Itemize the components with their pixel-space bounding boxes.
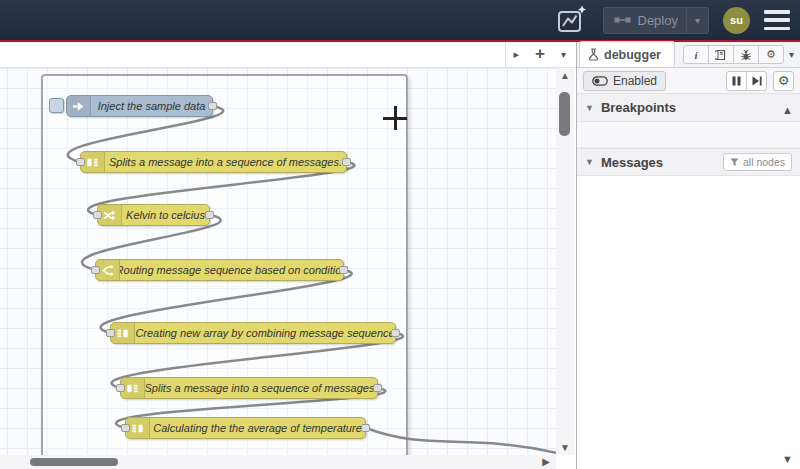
scroll-up-icon[interactable]: ▲ (556, 70, 574, 81)
flow-canvas[interactable]: Inject the sample dataSplits a message i… (0, 68, 556, 455)
node-label: Splits a message into a sequence of mess… (145, 378, 377, 398)
tab-info-button[interactable]: i (683, 45, 709, 64)
input-port[interactable] (91, 266, 100, 274)
debugger-toolbar: Enabled ⚙ (577, 68, 800, 94)
workspace: ▸ + ▾ Inject the sample dataSplits a mes… (0, 42, 576, 469)
tab-debug-button[interactable] (733, 45, 759, 64)
info-icon: i (694, 49, 697, 61)
output-port[interactable] (205, 211, 214, 219)
chevron-down-icon: ▼ (585, 157, 594, 167)
step-icon (752, 76, 762, 86)
input-port[interactable] (93, 211, 102, 219)
settings-gear-icon: ⚙ (766, 48, 776, 61)
add-flow-icon[interactable]: + (535, 44, 545, 64)
sidebar-scroll-up-icon[interactable]: ▲ (782, 104, 793, 116)
flow-node-change[interactable]: Kelvin to celcius (97, 204, 210, 226)
scroll-right-icon[interactable]: ▶ (542, 456, 550, 467)
library-book-icon (715, 49, 727, 61)
tab-help-button[interactable] (708, 45, 734, 64)
breakpoints-list (577, 122, 800, 148)
flow-node-join[interactable]: Creating new array by combining message … (110, 322, 396, 344)
breakpoints-section-header[interactable]: ▼ Breakpoints (577, 94, 800, 122)
message-filter-label: all nodes (743, 156, 785, 168)
deploy-options-caret[interactable]: ▾ (686, 7, 708, 34)
output-port[interactable] (361, 424, 370, 432)
deploy-button[interactable]: Deploy ▾ (603, 7, 710, 34)
toggle-icon (592, 76, 608, 86)
tab-debugger[interactable]: debugger (579, 41, 675, 67)
debugger-enabled-toggle[interactable]: Enabled (583, 71, 666, 91)
output-port[interactable] (342, 158, 351, 166)
user-avatar[interactable]: su (723, 7, 750, 34)
next-tab-icon[interactable]: ▸ (514, 48, 520, 61)
breakpoints-title: Breakpoints (601, 100, 676, 115)
deploy-nodes-icon (614, 14, 631, 26)
tab-config-button[interactable]: ⚙ (758, 45, 784, 64)
sidebar-tab-bar: debugger i (577, 42, 800, 68)
horizontal-scrollbar[interactable]: ▶ (0, 455, 556, 469)
input-port[interactable] (121, 424, 130, 432)
sidebar-scroll-down-icon[interactable]: ▼ (782, 453, 793, 465)
input-port[interactable] (106, 329, 115, 337)
deploy-label: Deploy (638, 13, 678, 28)
message-filter-button[interactable]: all nodes (723, 153, 792, 171)
menu-bar (764, 27, 790, 31)
messages-section-header[interactable]: ▼ Messages all nodes (577, 148, 800, 176)
debugger-settings-button[interactable]: ⚙ (773, 71, 794, 91)
ai-flow-assistant-button[interactable] (555, 5, 589, 35)
node-label: Creating new array by combining message … (135, 323, 395, 343)
wire[interactable] (366, 428, 556, 454)
flow-node-split[interactable]: Splits a message into a sequence of mess… (120, 377, 378, 399)
vertical-scroll-thumb[interactable] (559, 92, 570, 136)
header-bar: Deploy ▾ su (0, 0, 800, 42)
output-port[interactable] (391, 329, 400, 337)
messages-list (577, 176, 800, 469)
output-port[interactable] (373, 384, 382, 392)
input-port[interactable] (76, 158, 85, 166)
gear-icon: ⚙ (778, 73, 790, 88)
tab-debugger-label: debugger (604, 48, 661, 62)
node-label: Kelvin to celcius (122, 205, 209, 225)
inject-icon (67, 96, 91, 116)
flow-node-join[interactable]: Calculating the the average of temperatu… (125, 417, 366, 439)
step-button[interactable] (746, 71, 767, 91)
vertical-scrollbar[interactable]: ▲ ▼ (556, 68, 574, 455)
messages-title: Messages (601, 155, 663, 170)
menu-bar (764, 18, 790, 22)
node-label: Splits a message into a sequence of mess… (105, 152, 346, 172)
pause-icon (732, 76, 741, 86)
sidebar: debugger i (576, 42, 800, 469)
node-red-editor: Deploy ▾ su ▸ + ▾ Inject the sample data… (0, 0, 800, 469)
crosshair-cursor (383, 106, 407, 130)
menu-bar (764, 10, 790, 14)
flow-node-switch[interactable]: Routing message sequence based on condit… (95, 259, 344, 281)
input-port[interactable] (116, 384, 125, 392)
pause-button[interactable] (726, 71, 747, 91)
node-label: Inject the sample data (91, 96, 212, 116)
flow-list-caret-icon[interactable]: ▾ (561, 49, 566, 60)
node-label: Calculating the the average of temperatu… (150, 418, 365, 438)
enabled-label: Enabled (613, 74, 657, 88)
flow-node-inject[interactable]: Inject the sample data (66, 95, 213, 117)
flow-sparkle-icon (556, 5, 588, 35)
chevron-down-icon: ▼ (585, 103, 594, 113)
node-label: Routing message sequence based on condit… (120, 260, 343, 280)
horizontal-scroll-thumb[interactable] (30, 458, 118, 466)
flow-tab-strip: ▸ + ▾ (0, 42, 576, 68)
output-port[interactable] (208, 102, 217, 110)
funnel-icon (730, 158, 739, 167)
sidebar-tabs-caret-icon[interactable]: ▾ (789, 49, 794, 60)
output-port[interactable] (339, 266, 348, 274)
inject-trigger-button[interactable] (49, 98, 64, 113)
main-menu-button[interactable] (764, 10, 790, 30)
scroll-down-icon[interactable]: ▼ (556, 442, 574, 453)
flask-icon (588, 48, 599, 61)
flow-node-split[interactable]: Splits a message into a sequence of mess… (80, 151, 347, 173)
bug-icon (740, 49, 752, 61)
